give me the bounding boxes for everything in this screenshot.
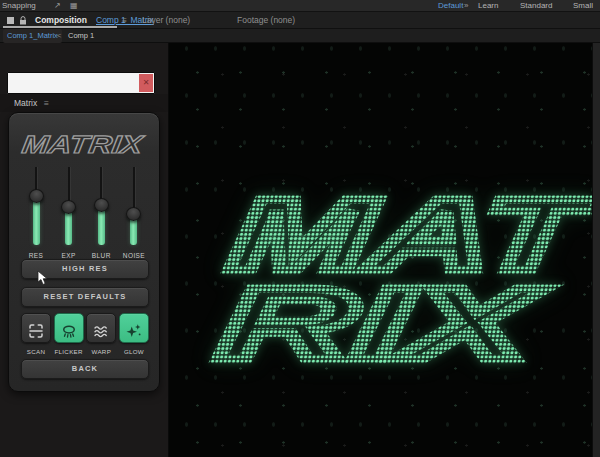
composition-viewport[interactable]: MAT RIX xyxy=(168,43,592,457)
warp-waves-icon xyxy=(92,322,110,340)
slider-group: RES EXP BLUR xyxy=(21,167,149,259)
breadcrumb: Comp 1_Matrix < Comp 1 xyxy=(0,29,600,43)
slider-knob[interactable] xyxy=(61,200,76,214)
matrix-plugin-panel: MATRIX RES xyxy=(8,112,160,392)
slider-blur[interactable]: BLUR xyxy=(86,167,116,259)
left-panel-column: ✕ Matrix ≡ MATRIX xyxy=(0,43,168,457)
panel-edge-strip xyxy=(592,43,600,457)
active-tab-underline xyxy=(3,26,117,28)
panel-menu-icon[interactable]: ≡ xyxy=(122,12,127,29)
tab-footage[interactable]: Footage (none) xyxy=(237,12,295,29)
workspace-learn[interactable]: Learn xyxy=(478,0,498,12)
plugin-panel-menu-icon[interactable]: ≡ xyxy=(44,94,49,112)
led-logo-line2: RIX xyxy=(212,266,550,380)
toggle-label: SCAN xyxy=(21,348,51,355)
plugin-tab-row: Matrix ≡ xyxy=(0,94,168,112)
flicker-toggle-button[interactable] xyxy=(54,313,84,343)
workspace-overflow-icon[interactable]: » xyxy=(464,0,468,12)
toggle-group: SCAN FLICKER xyxy=(21,313,149,355)
slider-knob[interactable] xyxy=(126,207,141,221)
breadcrumb-parent[interactable]: Comp 1 xyxy=(68,29,94,43)
warp-toggle-button[interactable] xyxy=(86,313,116,343)
high-res-button[interactable]: HIGH RES xyxy=(21,259,149,279)
breadcrumb-separator: < xyxy=(57,29,61,43)
slider-knob[interactable] xyxy=(94,198,109,212)
toggle-label: FLICKER xyxy=(54,348,84,355)
scan-frame-icon xyxy=(27,322,45,340)
slider-label: NOISE xyxy=(113,252,155,259)
tab-matrix-panel[interactable]: Matrix xyxy=(14,94,37,112)
glow-toggle-button[interactable] xyxy=(119,313,149,343)
panel-square-icon xyxy=(7,17,14,24)
snapping-label[interactable]: Snapping xyxy=(2,0,36,12)
slider-res[interactable]: RES xyxy=(21,167,51,259)
pointer-icon[interactable]: ↗ xyxy=(54,0,61,12)
back-button[interactable]: BACK xyxy=(21,359,149,379)
plugin-logo: MATRIX xyxy=(9,121,159,167)
workspace-standard[interactable]: Standard xyxy=(520,0,552,12)
tab-layer[interactable]: Layer (none) xyxy=(142,12,190,29)
floating-text-field: ✕ xyxy=(7,72,155,94)
lock-icon[interactable] xyxy=(19,16,27,25)
flicker-lamp-icon xyxy=(60,322,78,340)
breadcrumb-current[interactable]: Comp 1_Matrix xyxy=(3,29,62,43)
glow-sparkle-icon xyxy=(125,322,143,340)
slider-knob[interactable] xyxy=(29,189,44,203)
toggle-label: GLOW xyxy=(119,348,149,355)
reset-defaults-button[interactable]: RESET DEFAULTS xyxy=(21,287,149,307)
workspace-default[interactable]: Default xyxy=(438,0,463,12)
plugin-logo-text: MATRIX xyxy=(20,130,145,158)
mask-grid-icon[interactable]: ▦ xyxy=(70,0,78,12)
slider-fill xyxy=(33,197,40,245)
slider-exp[interactable]: EXP xyxy=(54,167,84,259)
viewer-tab-bar: Composition Comp 1_Matrix ≡ Layer (none)… xyxy=(0,12,600,29)
scan-toggle-button[interactable] xyxy=(21,313,51,343)
panel-text-input[interactable] xyxy=(10,74,138,92)
led-matrix-logo: MAT RIX xyxy=(169,43,593,457)
toggle-label: WARP xyxy=(86,348,116,355)
close-field-button[interactable]: ✕ xyxy=(139,74,153,92)
slider-noise[interactable]: NOISE xyxy=(119,167,149,259)
top-toolbar: Snapping ↗ ▦ Default » Learn Standard Sm… xyxy=(0,0,600,12)
app-window: Snapping ↗ ▦ Default » Learn Standard Sm… xyxy=(0,0,600,457)
